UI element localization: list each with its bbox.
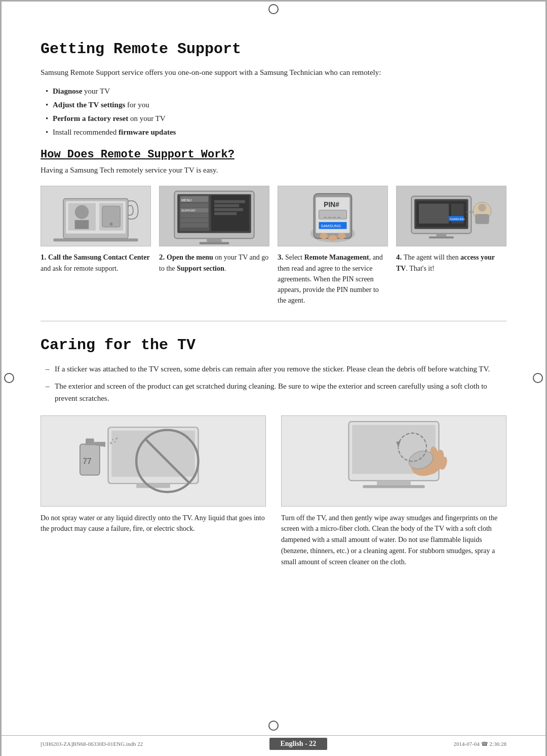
caring-image-item-1: 77 Do not spray water or any liquid dire… xyxy=(41,415,266,534)
step-3-svg: PIN# _ _ _ _ SAMSUNG xyxy=(278,186,387,246)
step-1-svg xyxy=(41,186,150,246)
caring-images-row: 77 Do not spray water or any liquid dire… xyxy=(41,415,506,567)
svg-text:SUPPORT: SUPPORT xyxy=(181,209,196,212)
step-4-image: SAMSUNG xyxy=(396,186,506,246)
svg-rect-54 xyxy=(86,438,94,445)
step-4: SAMSUNG 4. The agent will then access yo… xyxy=(396,186,506,274)
svg-rect-51 xyxy=(111,431,195,477)
bullet-factory-reset: Perform a factory reset on your TV xyxy=(46,112,506,125)
border-left xyxy=(0,0,2,756)
bottom-circle-decoration xyxy=(268,721,279,731)
svg-point-46 xyxy=(478,204,486,212)
svg-point-35 xyxy=(320,233,328,239)
svg-text:_ _ _ _: _ _ _ _ xyxy=(323,212,341,218)
svg-rect-23 xyxy=(214,200,245,203)
left-circle-decoration xyxy=(4,373,14,383)
top-circle-decoration xyxy=(268,4,279,14)
caring-bullet-2: The exterior and screen of the product c… xyxy=(46,380,506,404)
right-circle-decoration xyxy=(533,373,543,383)
step-4-svg: SAMSUNG xyxy=(397,186,506,246)
bullet-firmware: Install recommended firmware updates xyxy=(46,125,506,139)
svg-rect-8 xyxy=(53,239,138,242)
svg-rect-24 xyxy=(214,204,239,207)
step-2-svg: MENU SUPPORT xyxy=(160,186,269,246)
svg-rect-19 xyxy=(180,213,208,218)
section-intro-text: Samsung Remote Support service offers yo… xyxy=(41,67,506,78)
caring-section: Caring for the TV If a sticker was attac… xyxy=(41,337,506,567)
bullet-diagnose: Diagnose your TV xyxy=(46,85,506,98)
border-top xyxy=(0,0,547,2)
svg-point-56 xyxy=(110,442,112,444)
step-1-number: 1. xyxy=(41,253,48,261)
svg-rect-26 xyxy=(214,212,237,215)
footer-date: 2014-07-04 ☎ 2:36:28 xyxy=(454,741,506,747)
caring-image-item-2: Turn off the TV, and then gently wipe aw… xyxy=(281,415,506,567)
feature-bullet-list: Diagnose your TV Adjust the TV settings … xyxy=(46,85,506,139)
step-2-number: 2. xyxy=(159,253,167,261)
svg-point-37 xyxy=(338,233,346,239)
bullet-adjust: Adjust the TV settings for you xyxy=(46,98,506,112)
svg-rect-47 xyxy=(475,214,489,224)
step-3-image: PIN# _ _ _ _ SAMSUNG xyxy=(278,186,388,246)
no-spray-svg: 77 xyxy=(41,416,265,506)
border-bottom xyxy=(0,735,547,736)
page-footer: [UH6203-ZA]BN68-06330D-01ENG.indb 22 Eng… xyxy=(0,738,547,750)
caring-image-1: 77 xyxy=(41,415,266,507)
footer-page-badge: English - 22 xyxy=(269,738,328,750)
svg-text:MENU: MENU xyxy=(181,198,191,202)
svg-point-59 xyxy=(115,437,118,439)
svg-point-36 xyxy=(328,235,337,241)
section-divider xyxy=(41,321,506,321)
step-2: MENU SUPPORT 2. Open the menu on your xyxy=(159,186,269,274)
footer-filename: [UH6203-ZA]BN68-06330D-01ENG.indb 22 xyxy=(41,741,143,747)
step-3: PIN# _ _ _ _ SAMSUNG 3. Select Remote Ma… xyxy=(278,186,388,306)
svg-point-3 xyxy=(75,205,89,220)
caring-bullet-list: If a sticker was attached to the TV scre… xyxy=(46,363,506,404)
caring-image-2 xyxy=(281,415,506,507)
subsection-intro: Having a Samsung Tech remotely service y… xyxy=(41,166,506,175)
svg-text:SAMSUNG: SAMSUNG xyxy=(321,224,341,228)
svg-rect-21 xyxy=(180,223,208,228)
step-1-image xyxy=(41,186,151,246)
svg-rect-64 xyxy=(377,481,411,485)
main-section-title: Getting Remote Support xyxy=(41,40,506,58)
steps-row: 1. Call the Samsung Contact Center and a… xyxy=(41,186,506,306)
step-4-number: 4. xyxy=(396,253,404,261)
subsection-title: How Does Remote Support Work? xyxy=(41,148,506,161)
svg-text:77: 77 xyxy=(83,456,91,465)
step-3-number: 3. xyxy=(278,253,285,261)
svg-rect-25 xyxy=(214,208,243,212)
caring-section-title: Caring for the TV xyxy=(41,337,506,354)
svg-rect-41 xyxy=(429,237,454,239)
step-2-text: 2. Open the menu on your TV and go to th… xyxy=(159,251,269,274)
caring-caption-2: Turn off the TV, and then gently wipe aw… xyxy=(281,513,506,567)
caring-bullet-1: If a sticker was attached to the TV scre… xyxy=(46,363,506,375)
svg-rect-43 xyxy=(419,204,449,224)
svg-text:PIN#: PIN# xyxy=(324,201,339,209)
svg-text:SAMSUNG: SAMSUNG xyxy=(450,218,465,221)
svg-rect-16 xyxy=(180,203,208,208)
svg-rect-40 xyxy=(437,234,447,237)
step-3-text: 3. Select Remote Management, and then re… xyxy=(278,251,388,306)
page-wrapper: Getting Remote Support Samsung Remote Su… xyxy=(0,0,547,756)
svg-point-58 xyxy=(114,441,115,442)
svg-rect-12 xyxy=(200,242,229,244)
caring-caption-1: Do not spray water or any liquid directl… xyxy=(41,513,266,534)
step-1-text: 1. Call the Samsung Contact Center and a… xyxy=(41,251,150,274)
svg-rect-11 xyxy=(207,239,222,243)
wipe-screen-svg xyxy=(282,416,506,506)
step-1: 1. Call the Samsung Contact Center and a… xyxy=(41,186,151,274)
step-2-image: MENU SUPPORT xyxy=(159,186,269,246)
svg-rect-4 xyxy=(75,220,89,229)
svg-point-57 xyxy=(112,439,113,440)
step-4-text: 4. The agent will then access your TV. T… xyxy=(396,251,506,274)
svg-rect-20 xyxy=(180,218,208,223)
svg-point-7 xyxy=(110,223,113,226)
svg-rect-65 xyxy=(363,485,424,488)
